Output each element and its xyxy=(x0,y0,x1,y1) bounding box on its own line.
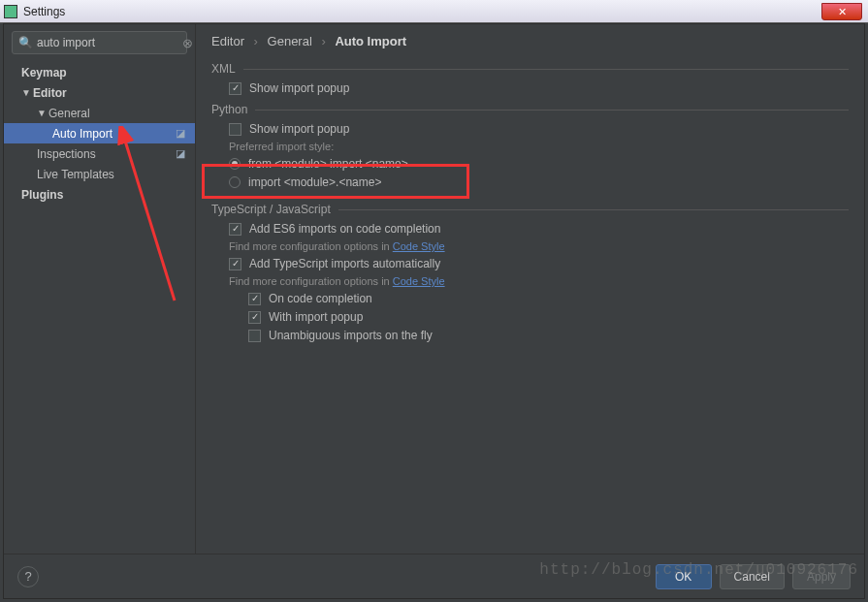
project-scope-icon: ◪ xyxy=(176,147,189,161)
settings-sidebar: 🔍 ⊗ Keymap ▼ Editor ▼ General Auto Impor… xyxy=(4,24,196,554)
code-style-link[interactable]: Code Style xyxy=(393,275,445,287)
checkbox-icon[interactable] xyxy=(229,123,241,136)
checkbox-label: Show import popup xyxy=(249,81,349,95)
search-input[interactable] xyxy=(37,36,182,49)
ts-hint-1: Find more configuration options in Code … xyxy=(229,240,849,252)
titlebar: Settings ✕ xyxy=(0,0,868,23)
apply-button[interactable]: Apply xyxy=(792,564,851,589)
breadcrumb-item[interactable]: General xyxy=(268,34,312,48)
cancel-button[interactable]: Cancel xyxy=(720,564,785,589)
search-clear-icon[interactable]: ⊗ xyxy=(182,36,193,50)
ts-add-ts-auto[interactable]: Add TypeScript imports automatically xyxy=(229,257,849,270)
annotation-highlight xyxy=(202,164,469,199)
checkbox-label: Add TypeScript imports automatically xyxy=(249,257,440,270)
checkbox-label: Unambiguous imports on the fly xyxy=(269,329,433,342)
code-style-link[interactable]: Code Style xyxy=(393,240,445,252)
sidebar-item-label: Live Templates xyxy=(37,168,114,181)
sidebar-item-label: Editor xyxy=(33,86,67,100)
window-title: Settings xyxy=(23,5,821,18)
sidebar-item-label: Plugins xyxy=(21,188,63,202)
sidebar-item-editor[interactable]: ▼ Editor xyxy=(4,82,195,103)
sidebar-item-general[interactable]: ▼ General xyxy=(4,103,195,123)
project-scope-icon: ◪ xyxy=(176,127,189,141)
checkbox-icon[interactable] xyxy=(229,258,241,270)
checkbox-label: Add ES6 imports on code completion xyxy=(249,222,440,236)
chevron-right-icon: › xyxy=(321,34,325,48)
ts-hint-2: Find more configuration options in Code … xyxy=(229,275,849,287)
ts-with-import-popup[interactable]: With import popup xyxy=(248,310,849,324)
sidebar-item-auto-import[interactable]: Auto Import ◪ xyxy=(4,123,195,143)
checkbox-label: On code completion xyxy=(269,292,372,305)
window-close-button[interactable]: ✕ xyxy=(821,3,862,20)
chevron-down-icon: ▼ xyxy=(37,108,47,118)
xml-show-import-popup[interactable]: Show import popup xyxy=(229,81,849,95)
app-icon xyxy=(4,5,17,18)
checkbox-label: Show import popup xyxy=(249,122,349,136)
chevron-right-icon: › xyxy=(254,34,258,48)
sidebar-item-label: Auto Import xyxy=(52,127,113,141)
sidebar-item-keymap[interactable]: Keymap xyxy=(4,62,195,82)
help-button[interactable]: ? xyxy=(17,566,39,587)
dialog-footer: ? OK Cancel Apply xyxy=(4,554,864,598)
ts-add-es6[interactable]: Add ES6 imports on code completion xyxy=(229,222,849,236)
sidebar-item-live-templates[interactable]: Live Templates xyxy=(4,164,195,184)
breadcrumb: Editor › General › Auto Import xyxy=(211,34,849,48)
settings-tree: Keymap ▼ Editor ▼ General Auto Import ◪ … xyxy=(4,60,195,554)
settings-search[interactable]: 🔍 ⊗ xyxy=(12,31,187,54)
sidebar-item-label: Inspections xyxy=(37,147,96,161)
checkbox-icon[interactable] xyxy=(229,82,241,95)
chevron-down-icon: ▼ xyxy=(21,87,31,98)
checkbox-icon[interactable] xyxy=(229,223,241,236)
python-show-import-popup[interactable]: Show import popup xyxy=(229,122,849,136)
breadcrumb-item[interactable]: Editor xyxy=(211,34,244,48)
sidebar-item-inspections[interactable]: Inspections ◪ xyxy=(4,143,195,164)
section-ts-title: TypeScript / JavaScript xyxy=(211,203,849,216)
section-xml-title: XML xyxy=(211,62,849,76)
checkbox-icon[interactable] xyxy=(248,311,261,324)
ts-unambiguous-on-fly[interactable]: Unambiguous imports on the fly xyxy=(248,329,849,342)
sidebar-item-label: General xyxy=(48,107,90,120)
sidebar-item-label: Keymap xyxy=(21,66,67,79)
sidebar-item-plugins[interactable]: Plugins xyxy=(4,184,195,205)
breadcrumb-item: Auto Import xyxy=(335,34,406,48)
ok-button[interactable]: OK xyxy=(656,564,712,589)
section-python-title: Python xyxy=(211,103,849,116)
search-icon: 🔍 xyxy=(18,36,33,49)
ts-on-code-completion[interactable]: On code completion xyxy=(248,292,849,305)
settings-content: Editor › General › Auto Import XML Show … xyxy=(196,24,864,554)
checkbox-icon[interactable] xyxy=(248,330,261,342)
checkbox-icon[interactable] xyxy=(248,293,261,305)
checkbox-label: With import popup xyxy=(269,310,363,324)
python-preferred-label: Preferred import style: xyxy=(229,141,849,152)
